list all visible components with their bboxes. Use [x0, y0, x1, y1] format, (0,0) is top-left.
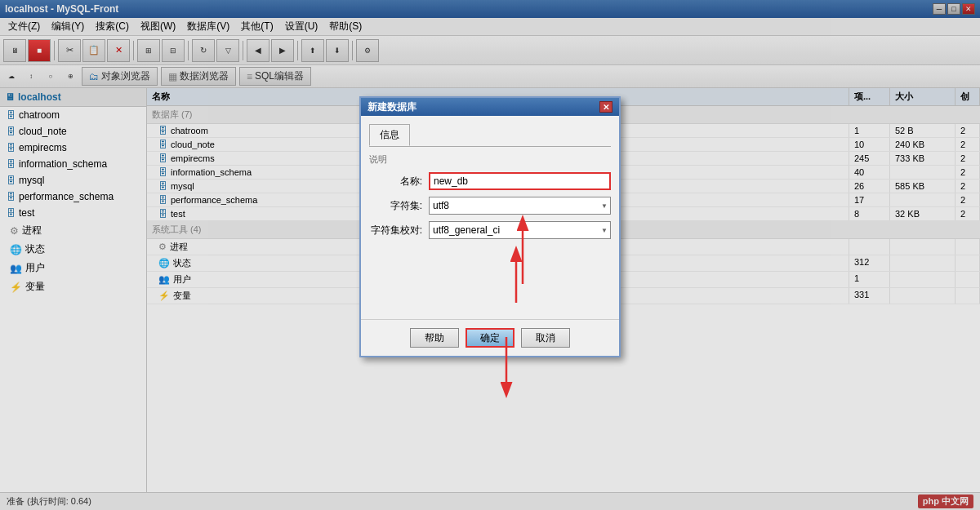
charset-select-wrapper: utf8 utf8mb4 latin1 gbk — [429, 197, 611, 215]
modal-close-button[interactable]: ✕ — [599, 101, 612, 113]
new-database-dialog: 新建数据库 ✕ 信息 说明 名称: 字符集: utf8 utf8mb4 lati… — [359, 96, 621, 357]
name-input[interactable] — [429, 172, 611, 190]
modal-field-name: 名称: — [369, 172, 611, 190]
modal-tabs: 信息 — [369, 124, 611, 147]
modal-tab-info[interactable]: 信息 — [369, 124, 410, 146]
ok-button[interactable]: 确定 — [466, 328, 514, 348]
collation-select-wrapper: utf8_general_ci utf8_unicode_ci utf8_bin — [429, 221, 611, 239]
modal-field-collation: 字符集校对: utf8_general_ci utf8_unicode_ci u… — [369, 221, 611, 239]
modal-title-bar: 新建数据库 ✕ — [361, 98, 619, 116]
collation-label: 字符集校对: — [369, 224, 422, 237]
modal-field-charset: 字符集: utf8 utf8mb4 latin1 gbk — [369, 197, 611, 215]
cancel-button[interactable]: 取消 — [521, 328, 570, 348]
modal-overlay: 新建数据库 ✕ 信息 说明 名称: 字符集: utf8 utf8mb4 lati… — [0, 0, 980, 510]
modal-body: 信息 说明 名称: 字符集: utf8 utf8mb4 latin1 gbk — [361, 116, 619, 319]
collation-select[interactable]: utf8_general_ci utf8_unicode_ci utf8_bin — [429, 221, 611, 239]
charset-label: 字符集: — [369, 199, 422, 213]
modal-footer: 帮助 确定 取消 — [361, 319, 619, 356]
name-label: 名称: — [369, 175, 422, 188]
arrow-area — [369, 246, 611, 311]
help-button[interactable]: 帮助 — [410, 328, 459, 348]
charset-select[interactable]: utf8 utf8mb4 latin1 gbk — [429, 197, 611, 215]
modal-title-text: 新建数据库 — [368, 100, 416, 114]
arrow-svg — [369, 246, 598, 311]
modal-section-label: 说明 — [369, 153, 611, 166]
